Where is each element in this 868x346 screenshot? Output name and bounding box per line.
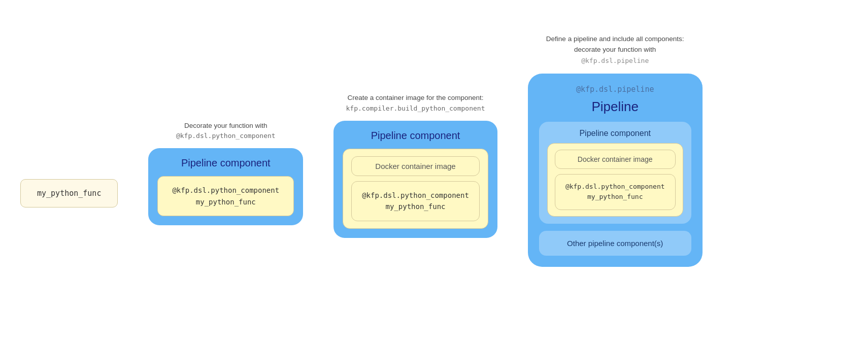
step3-inner-line1: @kfp.dsl.python_component <box>362 191 469 199</box>
step2-wrapper: Decorate your function with @kfp.dsl.pyt… <box>148 121 303 225</box>
other-components-box: Other pipeline component(s) <box>539 231 691 256</box>
step3-annotation-line1: Create a container image for the compone… <box>348 94 484 101</box>
inner-component-title: Pipeline component <box>579 129 651 138</box>
step3-pipeline-component-box: Pipeline component Docker container imag… <box>333 121 497 238</box>
step2-component-title: Pipeline component <box>181 157 271 169</box>
step1-wrapper: my_python_func <box>20 179 118 207</box>
step2-inner-line1: @kfp.dsl.python_component <box>172 186 279 194</box>
step2-annotation: Decorate your function with @kfp.dsl.pyt… <box>176 121 276 142</box>
function-box: my_python_func <box>20 179 118 207</box>
step3-annotation: Create a container image for the compone… <box>346 93 485 114</box>
step4-inner-yellow-box: @kfp.dsl.python_component my_python_func <box>555 174 676 211</box>
step3-inner-yellow-box: @kfp.dsl.python_component my_python_func <box>351 181 480 221</box>
step4-annotation: Define a pipeline and include all compon… <box>546 33 684 66</box>
step3-inner-line2: my_python_func <box>386 202 446 211</box>
step2-inner-yellow-box: @kfp.dsl.python_component my_python_func <box>157 176 294 216</box>
step2-annotation-line1: Decorate your function with <box>184 122 268 129</box>
pipeline-title: Pipeline <box>591 99 639 115</box>
step4-annotation-line1: Define a pipeline and include all compon… <box>546 35 684 43</box>
step2-inner-line2: my_python_func <box>196 198 256 206</box>
step3-docker-label: Docker container image <box>351 156 480 176</box>
step3-component-title: Pipeline component <box>371 130 460 142</box>
outer-pipeline-box: @kfp.dsl.pipeline Pipeline Pipeline comp… <box>528 74 703 267</box>
step3-annotation-code: kfp.compiler.build_python_component <box>346 105 485 112</box>
step2-pipeline-component-box: Pipeline component @kfp.dsl.python_compo… <box>148 148 303 225</box>
step4-annotation-code: @kfp.dsl.pipeline <box>581 57 649 64</box>
pipeline-decorator-text: @kfp.dsl.pipeline <box>576 85 654 94</box>
step4-docker-label: Docker container image <box>555 150 676 169</box>
step2-annotation-code: @kfp.dsl.python_component <box>176 132 276 140</box>
step4-annotation-line2: decorate your function with <box>574 46 656 53</box>
step4-inner-line1: @kfp.dsl.python_component <box>565 183 665 190</box>
diagram-container: my_python_func Decorate your function wi… <box>0 0 868 346</box>
inner-pipeline-component-box: Pipeline component Docker container imag… <box>539 122 691 224</box>
step4-wrapper: Define a pipeline and include all compon… <box>528 33 703 267</box>
func-name-label: my_python_func <box>37 189 101 198</box>
step3-wrapper: Create a container image for the compone… <box>333 93 497 237</box>
step4-inner-line2: my_python_func <box>587 193 643 200</box>
